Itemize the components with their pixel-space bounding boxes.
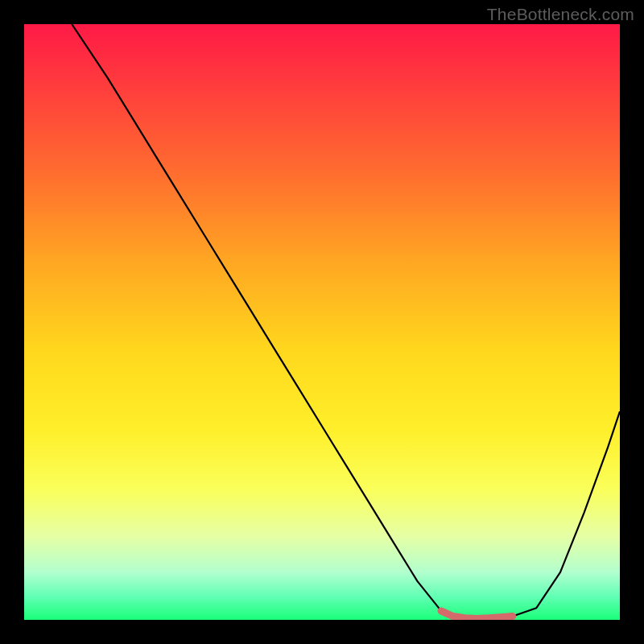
curve-svg: [24, 24, 620, 620]
plot-area: [24, 24, 620, 620]
sweet-spot-highlight: [441, 611, 513, 619]
bottleneck-curve: [72, 24, 620, 619]
watermark-text: TheBottleneck.com: [487, 5, 634, 24]
chart-frame: TheBottleneck.com: [0, 0, 644, 644]
